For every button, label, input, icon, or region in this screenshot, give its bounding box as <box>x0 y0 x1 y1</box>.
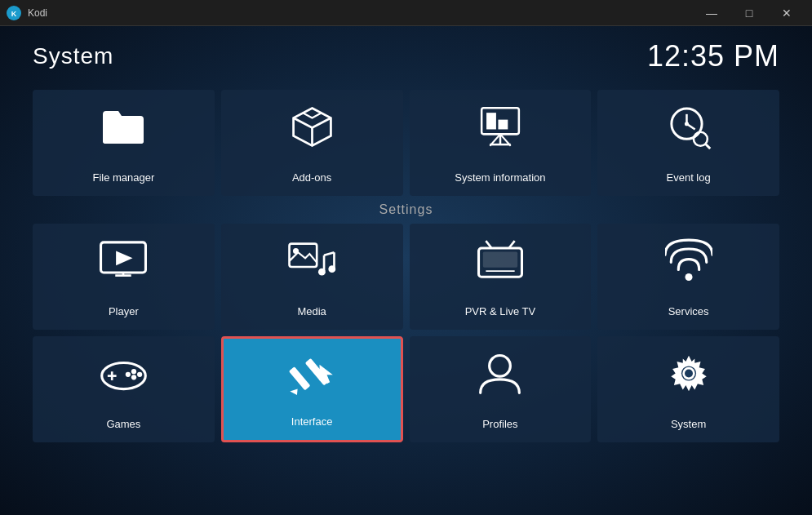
gear-icon <box>665 336 712 410</box>
svg-point-15 <box>685 122 689 126</box>
rss-icon <box>665 224 712 297</box>
tile-system-label: System <box>671 418 706 431</box>
tile-interface[interactable]: Interface <box>221 336 403 442</box>
middle-row-section: Player <box>33 224 779 330</box>
tile-games-label: Games <box>106 418 140 431</box>
tile-games[interactable]: Games <box>33 336 215 442</box>
tile-system[interactable]: System <box>597 336 779 442</box>
svg-rect-33 <box>483 252 517 268</box>
top-bar: System 12:35 PM <box>33 39 779 73</box>
tile-event-log[interactable]: Event log <box>597 90 779 196</box>
svg-point-40 <box>131 375 136 380</box>
svg-point-16 <box>694 132 708 146</box>
monitor-play-icon <box>98 224 149 297</box>
close-button[interactable]: ✕ <box>768 0 805 26</box>
kodi-logo-icon: K <box>7 6 21 20</box>
tile-add-ons-label: Add-ons <box>292 171 331 184</box>
gamepad-icon <box>97 336 150 410</box>
svg-point-41 <box>126 372 131 377</box>
svg-point-28 <box>328 265 335 273</box>
svg-rect-8 <box>486 113 496 129</box>
presentation-icon <box>476 90 525 163</box>
svg-line-25 <box>324 252 334 255</box>
svg-text:K: K <box>11 10 17 18</box>
title-bar-left: K Kodi <box>7 6 47 20</box>
tile-pvr-live-tv-label: PVR & Live TV <box>465 305 535 318</box>
main-content: System 12:35 PM File manager <box>0 26 812 515</box>
box-icon <box>290 90 335 163</box>
tile-media-label: Media <box>297 305 326 318</box>
tile-interface-label: Interface <box>291 415 333 428</box>
tile-player-label: Player <box>109 305 139 318</box>
tile-services-label: Services <box>668 305 709 318</box>
tile-file-manager-label: File manager <box>92 171 154 184</box>
top-row-section: File manager Add-ons <box>33 90 779 196</box>
title-bar: K Kodi — □ ✕ <box>0 0 812 26</box>
svg-line-17 <box>705 144 710 149</box>
tv-icon <box>476 224 525 297</box>
bottom-row-section: Games Interface <box>33 336 779 442</box>
tile-services[interactable]: Services <box>597 224 779 330</box>
svg-point-38 <box>131 369 136 374</box>
svg-marker-19 <box>117 251 133 266</box>
svg-point-46 <box>490 355 511 376</box>
svg-rect-2 <box>103 121 144 144</box>
clock-search-icon <box>664 90 713 163</box>
tile-file-manager[interactable]: File manager <box>33 90 215 196</box>
title-bar-app-name: Kodi <box>28 7 47 19</box>
svg-rect-42 <box>288 366 310 390</box>
tile-event-log-label: Event log <box>667 171 711 184</box>
tile-add-ons[interactable]: Add-ons <box>221 90 403 196</box>
title-bar-controls: — □ ✕ <box>693 0 805 26</box>
tile-system-information[interactable]: System information <box>410 90 592 196</box>
tile-profiles-label: Profiles <box>482 418 517 431</box>
interface-icon <box>286 339 339 407</box>
tile-media[interactable]: Media <box>221 224 403 330</box>
svg-rect-9 <box>498 119 508 129</box>
page-title: System <box>33 43 113 69</box>
tile-pvr-live-tv[interactable]: PVR & Live TV <box>410 224 592 330</box>
tile-profiles[interactable]: Profiles <box>410 336 592 442</box>
middle-row-grid: Player <box>33 224 779 330</box>
media-icon <box>286 224 337 297</box>
clock: 12:35 PM <box>647 39 779 73</box>
tile-player[interactable]: Player <box>33 224 215 330</box>
bottom-row-grid: Games Interface <box>33 336 779 442</box>
profile-icon <box>477 336 522 410</box>
svg-marker-43 <box>290 386 300 395</box>
tile-system-information-label: System information <box>455 171 545 184</box>
svg-point-27 <box>318 269 326 276</box>
settings-section-label: Settings <box>33 202 779 217</box>
minimize-button[interactable]: — <box>693 0 730 26</box>
top-row-grid: File manager Add-ons <box>33 90 779 196</box>
maximize-button[interactable]: □ <box>730 0 768 26</box>
svg-point-34 <box>685 273 692 281</box>
folder-icon <box>99 90 148 163</box>
svg-point-39 <box>137 372 142 377</box>
